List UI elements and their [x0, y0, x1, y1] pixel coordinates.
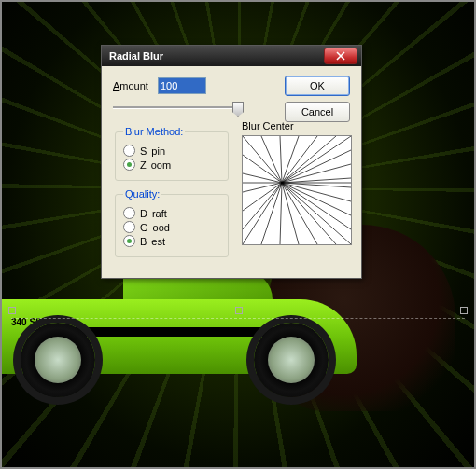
radio-best[interactable]: Best: [123, 235, 220, 247]
radio-spin[interactable]: Spin: [123, 145, 220, 157]
svg-line-4: [282, 136, 317, 183]
svg-line-20: [261, 183, 282, 244]
blur-center-preview[interactable]: [242, 135, 352, 245]
radial-blur-dialog: Radial Blur OK Cancel Amount 100: [101, 45, 362, 279]
svg-line-2: [280, 136, 282, 183]
blur-method-legend: Blur Method:: [123, 126, 185, 137]
dialog-title: Radial Blur: [105, 50, 324, 62]
slider-track: [113, 106, 244, 109]
svg-line-0: [243, 136, 282, 183]
svg-line-24: [243, 183, 282, 192]
svg-line-11: [282, 183, 351, 187]
blur-center-area: Blur Center: [242, 120, 350, 245]
close-icon: [336, 51, 345, 61]
transform-bounding-box[interactable]: [11, 310, 465, 319]
svg-line-19: [280, 183, 282, 244]
radio-good[interactable]: Good: [123, 221, 220, 233]
dialog-titlebar[interactable]: Radial Blur: [102, 46, 361, 66]
svg-line-26: [243, 173, 282, 183]
wheel-rear: [21, 323, 95, 397]
transform-handle[interactable]: [8, 307, 16, 314]
zoom-lines-icon: [243, 136, 351, 244]
ok-button[interactable]: OK: [285, 76, 350, 96]
blur-method-group: Blur Method: Spin Zoom: [115, 126, 229, 181]
wheel-front: [254, 323, 329, 397]
radio-draft[interactable]: Draft: [123, 207, 220, 219]
svg-line-9: [282, 178, 351, 183]
photoshop-canvas: 340 SIX Radial Blur OK Cancel Amou: [0, 0, 476, 469]
dialog-body: OK Cancel Amount 100 Blur Method: Spin: [102, 66, 361, 278]
amount-slider[interactable]: [113, 98, 244, 117]
svg-line-17: [282, 183, 317, 244]
cancel-button[interactable]: Cancel: [285, 102, 350, 122]
transform-handle[interactable]: [235, 307, 243, 314]
amount-label: Amount: [113, 80, 148, 91]
amount-input[interactable]: 100: [158, 77, 206, 94]
quality-legend: Quality:: [123, 188, 161, 200]
radio-zoom[interactable]: Zoom: [123, 159, 220, 171]
svg-line-6: [282, 136, 351, 183]
slider-thumb[interactable]: [232, 102, 244, 117]
quality-group: Quality: Draft Good Best: [115, 188, 229, 257]
close-button[interactable]: [324, 48, 357, 64]
radio-icon: [123, 207, 135, 219]
radio-icon: [123, 145, 135, 157]
svg-line-13: [282, 183, 351, 215]
transform-handle[interactable]: [460, 307, 468, 314]
svg-line-21: [243, 183, 282, 244]
radio-icon: [123, 235, 135, 247]
svg-line-22: [243, 183, 282, 229]
radio-icon: [123, 221, 135, 233]
radio-icon: [123, 159, 135, 171]
svg-line-7: [282, 150, 351, 183]
blur-center-label: Blur Center: [242, 120, 350, 131]
